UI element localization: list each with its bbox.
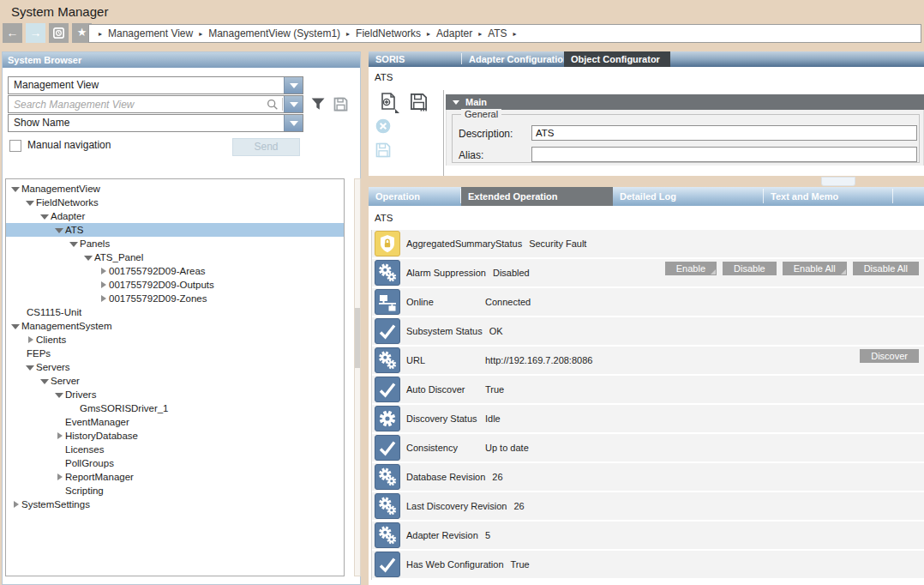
tree-item-001755792d09-zones[interactable]: 001755792D09-Zones: [6, 292, 344, 305]
tree-item-label: HistoryDatabase: [65, 431, 138, 441]
main-section-header[interactable]: Main: [446, 94, 924, 110]
chevron-down-icon[interactable]: [284, 96, 303, 112]
enable-all-button[interactable]: Enable All: [783, 262, 847, 275]
tree-item-server[interactable]: Server: [6, 374, 344, 388]
primary-tab-bar: SORISAdapter ConfigurationObject Configu…: [369, 51, 924, 67]
breadcrumb-item-fieldnetworks[interactable]: FieldNetworks: [356, 27, 421, 39]
tree-item-ats[interactable]: ATS: [6, 223, 344, 237]
property-name: Discovery Status: [406, 413, 485, 424]
enable-button[interactable]: Enable: [665, 262, 717, 275]
tree-expand-toggle[interactable]: [98, 292, 109, 305]
tab-soris[interactable]: SORIS: [369, 51, 461, 67]
tree-expand-toggle[interactable]: [25, 333, 36, 347]
tree-expand-toggle[interactable]: [98, 264, 109, 278]
tree-expand-toggle[interactable]: [10, 498, 21, 511]
secondary-tab-bar: OperationExtended OperationDetailed LogT…: [369, 187, 924, 206]
property-value: Security Fault: [529, 238, 586, 249]
search-icon[interactable]: [266, 98, 279, 112]
save-icon[interactable]: [409, 92, 429, 112]
tree-item-managementview[interactable]: ManagementView: [6, 182, 344, 196]
property-name: Has Web Configuration: [406, 559, 511, 570]
delete-object-icon[interactable]: [375, 118, 392, 135]
tab-text-and-memo[interactable]: Text and Memo: [764, 187, 892, 206]
breadcrumb-arrow-icon: ▸: [427, 30, 430, 38]
tree-expand-toggle[interactable]: [83, 250, 94, 264]
tree-item-cs1115-unit[interactable]: CS1115-Unit: [6, 305, 344, 319]
main-section: Main General Description: Alias:: [446, 94, 924, 166]
save-disabled-icon[interactable]: [375, 142, 392, 159]
tree-item-scripting[interactable]: Scripting: [6, 484, 344, 498]
disable-all-button[interactable]: Disable All: [853, 262, 919, 275]
breadcrumb-item-ats[interactable]: ATS: [488, 27, 507, 39]
tree-item-licenses[interactable]: Licenses: [6, 443, 344, 456]
tree-scrollbar-thumb[interactable]: [355, 308, 360, 368]
manual-navigation-checkbox[interactable]: [9, 140, 21, 152]
view-selector[interactable]: Management View: [8, 76, 303, 94]
tree-expand-toggle[interactable]: [25, 196, 36, 209]
tree-item-reportmanager[interactable]: ReportManager: [6, 470, 344, 484]
tree-item-label: ATS_Panel: [94, 252, 143, 262]
property-value: Idle: [485, 413, 501, 424]
tab-extended-operation[interactable]: Extended Operation: [461, 187, 613, 206]
tree-item-panels[interactable]: Panels: [6, 237, 344, 250]
tree-item-clients[interactable]: Clients: [6, 333, 344, 347]
tree-expand-toggle[interactable]: [54, 470, 65, 484]
property-value: 5: [485, 530, 490, 540]
nav-back-button[interactable]: ←: [3, 23, 22, 43]
tree-expand-toggle[interactable]: [54, 223, 65, 237]
tree-item-eventmanager[interactable]: EventManager: [6, 415, 344, 429]
tree-expand-toggle[interactable]: [39, 209, 51, 223]
tab-object-configurator[interactable]: Object Configurator: [564, 51, 670, 67]
nav-forward-button[interactable]: →: [26, 23, 45, 43]
tree-item-ats-panel[interactable]: ATS_Panel: [6, 250, 344, 264]
save-search-icon[interactable]: [332, 95, 350, 113]
splitter-handle[interactable]: [821, 177, 855, 186]
tree-item-servers[interactable]: Servers: [6, 360, 344, 374]
breadcrumb-item-managementview-system1[interactable]: ManagementView (System1): [208, 27, 340, 39]
breadcrumb-item-management-view[interactable]: Management View: [108, 27, 193, 39]
tab-operation[interactable]: Operation: [369, 187, 460, 206]
tree-scrollbar[interactable]: [354, 178, 361, 576]
tab-adapter-configuration[interactable]: Adapter Configuration: [462, 51, 564, 67]
chevron-down-icon[interactable]: [284, 115, 303, 131]
tree-item-feps[interactable]: FEPs: [6, 347, 344, 360]
tab-detailed-log[interactable]: Detailed Log: [613, 187, 763, 206]
tree-item-managementsystem[interactable]: ManagementSystem: [6, 319, 344, 333]
alias-field[interactable]: [531, 147, 917, 162]
property-row-subsystem-status: Subsystem StatusOK: [372, 317, 924, 345]
chevron-down-icon[interactable]: [284, 77, 303, 93]
gears-icon: [375, 260, 400, 286]
display-mode-selector[interactable]: Show Name: [8, 114, 303, 132]
manual-navigation-label: Manual navigation: [27, 139, 111, 151]
new-object-icon[interactable]: [378, 91, 400, 113]
property-actions: Discover: [860, 349, 919, 363]
tree-expand-toggle[interactable]: [69, 237, 80, 250]
disable-button[interactable]: Disable: [723, 262, 777, 275]
tree-expand-toggle[interactable]: [39, 374, 51, 388]
tree-item-001755792d09-areas[interactable]: 001755792D09-Areas: [6, 264, 344, 278]
tree-item-systemsettings[interactable]: SystemSettings: [6, 498, 344, 511]
tree-item-001755792d09-outputs[interactable]: 001755792D09-Outputs: [6, 278, 344, 292]
tree-expand-toggle[interactable]: [54, 429, 65, 443]
tree-item-drivers[interactable]: Drivers: [6, 388, 344, 401]
discover-button[interactable]: Discover: [860, 349, 919, 363]
tree-item-fieldnetworks[interactable]: FieldNetworks: [6, 196, 344, 209]
description-field[interactable]: [531, 125, 917, 141]
breadcrumb-item-adapter[interactable]: Adapter: [436, 27, 472, 39]
app-title: System Manager: [11, 4, 108, 19]
search-input[interactable]: [9, 96, 261, 112]
tree-item-historydatabase[interactable]: HistoryDatabase: [6, 429, 344, 443]
tree-item-pollgroups[interactable]: PollGroups: [6, 456, 344, 470]
nav-history-button[interactable]: [49, 23, 69, 43]
tree-expand-toggle[interactable]: [25, 360, 36, 374]
check-icon: [375, 318, 400, 344]
tree-expand-toggle[interactable]: [10, 182, 21, 196]
tree-expand-toggle[interactable]: [10, 319, 21, 333]
tree-expand-toggle[interactable]: [54, 388, 65, 401]
filter-icon[interactable]: [309, 95, 327, 113]
tree-item-adapter[interactable]: Adapter: [6, 209, 344, 223]
tree-expand-toggle[interactable]: [98, 278, 109, 292]
check-icon: [375, 377, 400, 402]
send-button[interactable]: Send: [232, 138, 300, 156]
tree-item-gmssorisdriver-1[interactable]: GmsSORISDriver_1: [6, 401, 344, 415]
